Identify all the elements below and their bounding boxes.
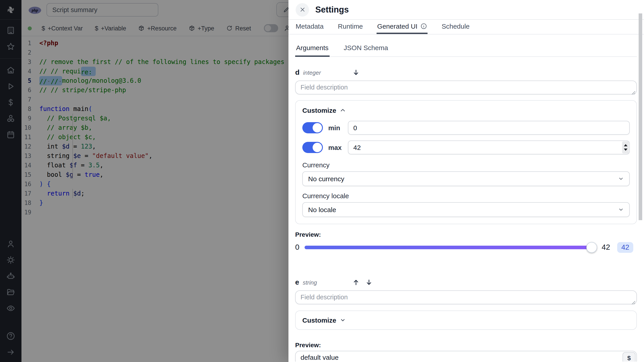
- play-icon[interactable]: [6, 82, 15, 91]
- field-d-description: [295, 81, 637, 94]
- field-d-customize-card: Customize min max: [295, 100, 637, 224]
- field-e-customize-card: Customize: [295, 310, 637, 330]
- indent-guide: [72, 189, 73, 198]
- generated-ui-panel: ArgumentsJSON Schema d integer Customize: [288, 35, 644, 361]
- field-d-description-input[interactable]: [295, 81, 637, 94]
- scrollbar-thumb[interactable]: [639, 14, 642, 220]
- user-icon[interactable]: [6, 239, 15, 248]
- sidebar-group-workspace: [0, 20, 22, 59]
- info-icon: [420, 23, 427, 30]
- move-down-icon[interactable]: [366, 279, 372, 286]
- field-d-customize-toggle[interactable]: Customize: [302, 107, 630, 114]
- line-number: 10: [22, 123, 39, 132]
- max-input[interactable]: [348, 141, 630, 154]
- eye-icon[interactable]: [6, 304, 15, 313]
- field-e-type: string: [303, 279, 317, 286]
- number-stepper[interactable]: [622, 141, 629, 153]
- script-summary-input[interactable]: [46, 3, 158, 17]
- currency-locale-label: Currency locale: [302, 192, 630, 200]
- line-number: 4: [22, 67, 39, 76]
- line-number: 15: [22, 170, 39, 179]
- folder-icon[interactable]: [6, 288, 15, 297]
- field-e-preview: default value $: [295, 351, 637, 361]
- dollar-icon: $: [42, 25, 45, 32]
- line-number: 18: [22, 198, 39, 208]
- home-icon[interactable]: [6, 66, 15, 75]
- add-variable-button[interactable]: $+Variable: [95, 25, 126, 32]
- robot-icon[interactable]: [6, 272, 15, 280]
- field-d-preview-slider: 0 42 42: [295, 241, 637, 254]
- max-row: max: [302, 141, 630, 154]
- add-type-button[interactable]: +Type: [189, 25, 214, 32]
- sidebar-group-footer: [0, 331, 22, 362]
- tab-metadata[interactable]: Metadata: [295, 20, 324, 34]
- reset-icon: [226, 25, 232, 31]
- max-toggle[interactable]: [302, 142, 323, 153]
- help-icon[interactable]: [6, 331, 15, 340]
- slider-track[interactable]: [305, 246, 595, 249]
- line-number: 3: [22, 57, 39, 67]
- insert-variable-button[interactable]: $: [622, 352, 636, 361]
- gear-icon[interactable]: [6, 255, 15, 264]
- close-icon[interactable]: [296, 3, 309, 16]
- diff-mode-toggle[interactable]: [264, 24, 278, 32]
- field-d-header: d integer: [295, 69, 637, 77]
- add-resource-button[interactable]: +Resource: [138, 25, 176, 32]
- dollar-icon[interactable]: [6, 98, 15, 107]
- cubes-icon[interactable]: [6, 114, 15, 123]
- field-e-description-input[interactable]: [295, 290, 637, 304]
- package-icon: [138, 25, 144, 31]
- tab-runtime[interactable]: Runtime: [338, 20, 363, 34]
- star-icon[interactable]: [6, 42, 15, 51]
- slider-min-label: 0: [295, 243, 300, 252]
- settings-header: Settings: [288, 0, 644, 20]
- line-number: 9: [22, 114, 39, 123]
- currency-select[interactable]: No currency: [302, 171, 630, 186]
- line-number: 14: [22, 161, 39, 170]
- min-label: min: [328, 124, 344, 132]
- line-number: 5: [22, 76, 39, 86]
- move-up-icon[interactable]: [352, 279, 360, 286]
- windmill-logo[interactable]: [0, 0, 22, 20]
- line-number: 19: [22, 208, 39, 217]
- building-icon[interactable]: [6, 26, 15, 35]
- slider-thumb[interactable]: [586, 242, 597, 253]
- field-e-description: [295, 290, 637, 304]
- move-down-icon[interactable]: [352, 69, 360, 76]
- settings-title: Settings: [315, 5, 349, 15]
- tab-json-schema[interactable]: JSON Schema: [343, 44, 389, 57]
- line-number: 1: [22, 39, 39, 48]
- add-context-var-button[interactable]: $+Context Var: [42, 25, 83, 32]
- indent-guide: [72, 114, 73, 179]
- package-icon: [189, 25, 195, 31]
- sidebar-group-admin: [0, 239, 22, 313]
- reset-button[interactable]: Reset: [226, 25, 251, 32]
- line-number: 16: [22, 179, 39, 189]
- min-toggle[interactable]: [302, 122, 323, 133]
- currency-locale-select[interactable]: No locale: [302, 202, 630, 217]
- chevron-down-icon: [340, 317, 346, 323]
- tab-generated-ui[interactable]: Generated UI: [377, 20, 428, 34]
- field-d-preview-label: Preview:: [295, 231, 637, 238]
- currency-label: Currency: [302, 161, 630, 169]
- arrow-right-icon[interactable]: [6, 348, 15, 357]
- sidebar-group-main: [0, 59, 22, 139]
- settings-drawer: Settings MetadataRuntimeGenerated UISche…: [288, 0, 644, 362]
- sidebar: [0, 0, 22, 362]
- chevron-up-icon: [340, 107, 346, 113]
- line-number: 6: [22, 86, 39, 95]
- min-row: min: [302, 121, 630, 135]
- field-e-name: e: [295, 278, 299, 286]
- max-label: max: [328, 144, 344, 151]
- calendar-icon[interactable]: [6, 130, 15, 139]
- arguments-subtabs: ArgumentsJSON Schema: [295, 44, 637, 57]
- field-e-preview-input[interactable]: default value: [295, 351, 637, 361]
- tab-arguments[interactable]: Arguments: [295, 44, 330, 57]
- php-language-badge: php: [28, 7, 41, 14]
- slider-value-badge: 42: [617, 242, 633, 253]
- field-e-customize-toggle[interactable]: Customize: [302, 316, 346, 324]
- screen: php Path $+Context Var$+Variable+Resourc…: [0, 0, 644, 362]
- tab-schedule[interactable]: Schedule: [441, 20, 470, 34]
- min-input[interactable]: [348, 121, 630, 135]
- chevron-down-icon: [618, 207, 624, 213]
